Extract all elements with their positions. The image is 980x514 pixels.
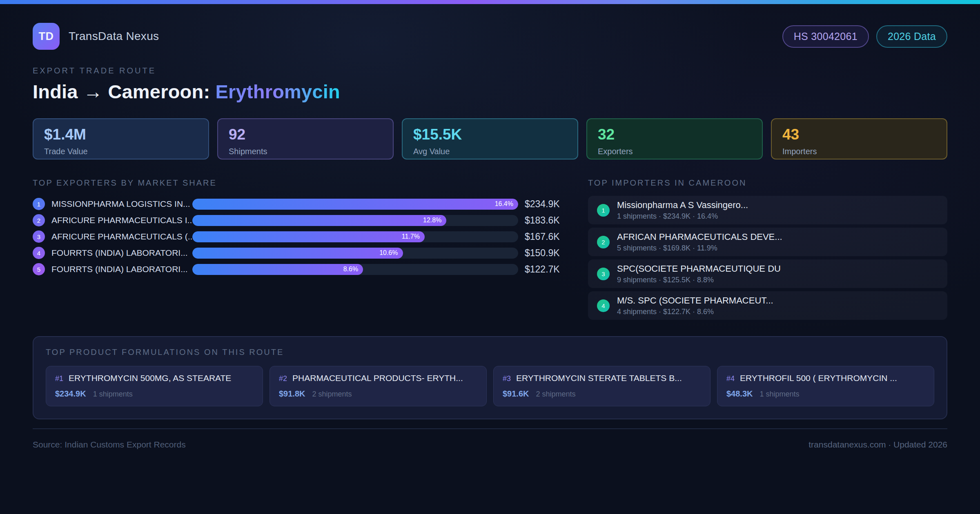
formulation-rank: #4 (726, 374, 735, 383)
exporter-name: AFRICURE PHARMACEUTICALS I... (51, 215, 192, 225)
top-importers-section: TOP IMPORTERS IN CAMEROON 1 Missionpharm… (588, 178, 947, 320)
footer: Source: Indian Customs Export Records tr… (33, 428, 947, 450)
stat-cards: $1.4M Trade Value 92 Shipments $15.5K Av… (33, 118, 947, 160)
rank-badge: 2 (597, 236, 610, 248)
exporter-value: $122.7K (525, 264, 564, 275)
exporter-name: FOURRTS (INDIA) LABORATORI... (51, 248, 192, 258)
stat-value: $1.4M (44, 126, 198, 143)
exporter-bar-chart: 1 MISSIONPHARMA LOGISTICS IN... 16.4% $2… (33, 196, 564, 277)
formulation-name: ERYTHROMYCIN 500MG, AS STEARATE (69, 373, 231, 383)
exporters-heading: TOP EXPORTERS BY MARKET SHARE (33, 178, 564, 188)
trade-dashboard-page: TD TransData Nexus HS 30042061 2026 Data… (0, 0, 980, 514)
stat-card-exporters: 32 Exporters (586, 118, 763, 160)
importer-meta: 4 shipments · $122.7K · 8.6% (617, 308, 773, 316)
exporter-row[interactable]: 1 MISSIONPHARMA LOGISTICS IN... 16.4% $2… (33, 196, 564, 212)
market-share-bar: 12.8% (192, 215, 446, 226)
rank-badge: 3 (33, 230, 45, 243)
market-share-bar-track: 12.8% (192, 215, 518, 226)
stat-label: Importers (782, 147, 936, 156)
eyebrow-label: EXPORT TRADE ROUTE (33, 66, 947, 75)
share-percent-label: 8.6% (343, 266, 358, 273)
stat-value: $15.5K (413, 126, 567, 143)
exporter-name: AFRICURE PHARMACEUTICALS (... (51, 232, 192, 241)
market-share-bar-track: 8.6% (192, 264, 518, 275)
rank-badge: 4 (33, 247, 45, 259)
formulation-cards: #1 ERYTHROMYCIN 500MG, AS STEARATE $234.… (46, 366, 934, 406)
header: TD TransData Nexus HS 30042061 2026 Data (33, 23, 947, 50)
importer-meta: 5 shipments · $169.8K · 11.9% (617, 244, 782, 253)
rank-badge: 1 (33, 198, 45, 210)
importer-list: 1 Missionpharma A S Vassingero... 1 ship… (588, 196, 947, 320)
stat-card-importers: 43 Importers (771, 118, 947, 160)
share-percent-label: 11.7% (402, 233, 420, 240)
top-formulations-panel: TOP PRODUCT FORMULATIONS ON THIS ROUTE #… (33, 336, 947, 419)
top-accent-bar (0, 0, 980, 4)
importer-meta: 9 shipments · $125.5K · 8.8% (617, 276, 781, 284)
importer-card[interactable]: 1 Missionpharma A S Vassingero... 1 ship… (588, 196, 947, 224)
market-share-bar-track: 10.6% (192, 248, 518, 259)
stat-value: 92 (229, 126, 382, 143)
exporter-name: FOURRTS (INDIA) LABORATORI... (51, 264, 192, 274)
formulation-card[interactable]: #1 ERYTHROMYCIN 500MG, AS STEARATE $234.… (46, 366, 263, 406)
formulation-name: ERYTHROMYCIN STERATE TABLETS B... (516, 373, 682, 383)
top-exporters-section: TOP EXPORTERS BY MARKET SHARE 1 MISSIONP… (33, 178, 564, 320)
formulation-card[interactable]: #3 ERYTHROMYCIN STERATE TABLETS B... $91… (493, 366, 710, 406)
formulation-card[interactable]: #2 PHARMACEUTICAL PRODUCTS- ERYTH... $91… (270, 366, 487, 406)
formulation-value: $48.3K (726, 389, 753, 399)
importer-card[interactable]: 2 AFRICAN PHARMACEUTICALS DEVE... 5 ship… (588, 228, 947, 256)
rank-badge: 4 (597, 299, 610, 312)
share-percent-label: 16.4% (495, 200, 513, 208)
market-share-bar: 10.6% (192, 248, 403, 259)
importers-heading: TOP IMPORTERS IN CAMEROON (588, 178, 947, 188)
brand: TD TransData Nexus (33, 23, 159, 50)
exporter-row[interactable]: 4 FOURRTS (INDIA) LABORATORI... 10.6% $1… (33, 245, 564, 261)
exporter-row[interactable]: 5 FOURRTS (INDIA) LABORATORI... 8.6% $12… (33, 261, 564, 277)
header-badges: HS 30042061 2026 Data (782, 25, 947, 48)
title-product: Erythromycin (216, 81, 340, 102)
footer-site-link[interactable]: transdatanexus.com · Updated 2026 (808, 440, 947, 450)
formulation-shipments: 1 shipments (760, 390, 800, 399)
formulation-value: $234.9K (55, 389, 86, 399)
brand-logo: TD (33, 23, 60, 50)
exporter-row[interactable]: 3 AFRICURE PHARMACEUTICALS (... 11.7% $1… (33, 228, 564, 245)
formulation-shipments: 2 shipments (312, 390, 352, 399)
brand-name: TransData Nexus (69, 30, 159, 43)
formulation-name: ERYTHROFIL 500 ( ERYTHROMYCIN ... (740, 373, 897, 383)
formulation-shipments: 2 shipments (536, 390, 576, 399)
importer-meta: 1 shipments · $234.9K · 16.4% (617, 212, 748, 221)
stat-value: 43 (782, 126, 936, 143)
market-share-bar: 16.4% (192, 199, 518, 210)
share-percent-label: 12.8% (423, 217, 441, 224)
importer-name: AFRICAN PHARMACEUTICALS DEVE... (617, 232, 782, 242)
share-percent-label: 10.6% (379, 249, 398, 257)
stat-label: Shipments (229, 147, 382, 156)
hs-code-badge[interactable]: HS 30042061 (782, 25, 869, 48)
stat-label: Avg Value (413, 147, 567, 156)
formulation-card[interactable]: #4 ERYTHROFIL 500 ( ERYTHROMYCIN ... $48… (717, 366, 934, 406)
importer-name: Missionpharma A S Vassingero... (617, 200, 748, 210)
formulations-heading: TOP PRODUCT FORMULATIONS ON THIS ROUTE (46, 348, 934, 357)
formulation-shipments: 1 shipments (93, 390, 133, 399)
page-title: India → Cameroon: Erythromycin (33, 80, 947, 103)
importer-name: M/S. SPC (SOCIETE PHARMACEUT... (617, 295, 773, 306)
exporter-value: $183.6K (525, 215, 564, 226)
formulation-value: $91.8K (279, 389, 305, 399)
exporter-name: MISSIONPHARMA LOGISTICS IN... (51, 199, 192, 209)
formulation-rank: #2 (279, 374, 287, 383)
exporter-row[interactable]: 2 AFRICURE PHARMACEUTICALS I... 12.8% $1… (33, 212, 564, 228)
formulation-rank: #3 (503, 374, 511, 383)
title-route: India → Cameroon: (33, 81, 216, 102)
market-share-bar: 11.7% (192, 231, 425, 242)
exporter-value: $234.9K (525, 199, 564, 210)
data-year-badge[interactable]: 2026 Data (876, 25, 947, 48)
importer-card[interactable]: 4 M/S. SPC (SOCIETE PHARMACEUT... 4 ship… (588, 291, 947, 320)
stat-label: Exporters (598, 147, 751, 156)
formulation-value: $91.6K (503, 389, 529, 399)
stat-label: Trade Value (44, 147, 198, 156)
importer-card[interactable]: 3 SPC(SOCIETE PHARMACEUTIQUE DU 9 shipme… (588, 259, 947, 288)
stat-card-avg-value: $15.5K Avg Value (402, 118, 578, 160)
market-share-bar-track: 16.4% (192, 199, 518, 210)
market-share-bar-track: 11.7% (192, 231, 518, 242)
importer-name: SPC(SOCIETE PHARMACEUTIQUE DU (617, 264, 781, 274)
stat-card-trade-value: $1.4M Trade Value (33, 118, 209, 160)
